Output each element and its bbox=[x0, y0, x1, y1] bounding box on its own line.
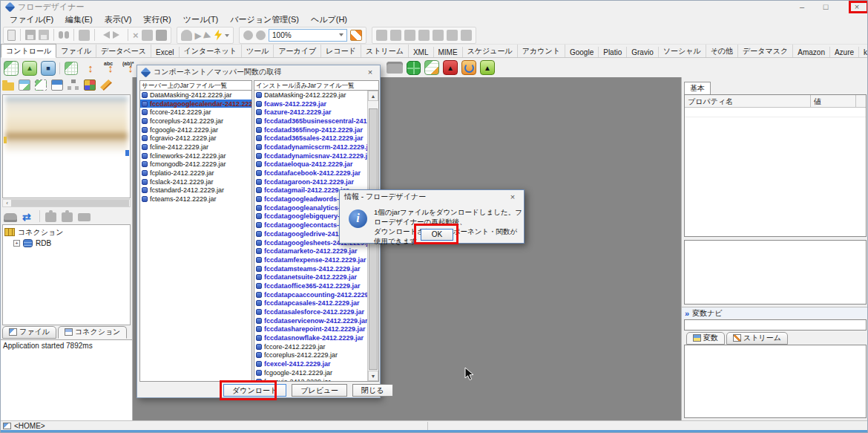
menu-item[interactable]: ツール(T) bbox=[177, 13, 225, 26]
jar-list-item[interactable]: DataMasking-2412.2229.jar bbox=[254, 91, 367, 100]
palette-tab[interactable]: Gravio bbox=[627, 47, 658, 57]
dialog-close-icon[interactable]: × bbox=[364, 68, 377, 76]
menu-item[interactable]: バージョン管理(S) bbox=[224, 13, 305, 26]
jar-list-item[interactable]: fccdatapcaaccounting-2412.2229.jar bbox=[254, 290, 367, 299]
jar-list-item[interactable]: fccdatanetsuite-2412.2229.jar bbox=[254, 273, 367, 281]
palette-tab[interactable]: ファイル bbox=[56, 45, 96, 57]
palette-tab[interactable]: Platio bbox=[599, 47, 627, 57]
component-icon-4[interactable] bbox=[418, 30, 430, 41]
undo-icon[interactable] bbox=[99, 31, 110, 39]
palette-tab[interactable]: データベース bbox=[96, 45, 151, 57]
jar-list-item[interactable]: fcgravio-2412.2229.jar bbox=[140, 134, 251, 143]
component-icon-6[interactable] bbox=[447, 30, 458, 41]
jar-list-item[interactable]: fcplatio-2412.2229.jar bbox=[140, 169, 251, 178]
robot-icon[interactable] bbox=[387, 62, 403, 74]
jar-list-item[interactable]: fccdatadynamicscrm-2412.2229.jar bbox=[254, 143, 367, 152]
jar-list-item[interactable]: fcexcel-2412.2229.jar bbox=[254, 359, 367, 368]
ok-button[interactable]: OK bbox=[421, 229, 453, 241]
palette-tab[interactable]: アーカイブ bbox=[274, 45, 321, 57]
mapper-icon[interactable] bbox=[4, 61, 19, 76]
jar-list-item[interactable]: fccdataservicenow-2412.2229.jar bbox=[254, 316, 367, 325]
mapper-small-icon[interactable] bbox=[65, 62, 78, 75]
stop-circle-icon[interactable] bbox=[243, 30, 253, 40]
jar-list-item[interactable]: fccdataoffice365-2412.2229.jar bbox=[254, 281, 367, 290]
scroll-up-icon[interactable]: ▲ bbox=[368, 91, 378, 101]
component-icon-3[interactable] bbox=[404, 30, 415, 41]
hscroll-thumb[interactable] bbox=[11, 200, 129, 206]
jar-list-item[interactable]: fclineworks-2412.2229.jar bbox=[140, 152, 251, 160]
jar-list-item[interactable]: fccdataeloqua-2412.2229.jar bbox=[254, 160, 367, 169]
maximize-button[interactable]: □ bbox=[815, 1, 836, 13]
palette-tab[interactable]: その他 bbox=[706, 45, 738, 57]
redo-icon[interactable] bbox=[113, 31, 123, 39]
jar-list-item[interactable]: fccdatapcasales-2412.2229.jar bbox=[254, 299, 367, 308]
jar-list-item[interactable]: fccoreplus-2412.2229.jar bbox=[140, 117, 251, 126]
palette-tab[interactable]: Azure bbox=[830, 47, 859, 57]
tab-connection[interactable]: コネクション bbox=[58, 326, 127, 339]
zoom-select[interactable]: 100% bbox=[269, 29, 347, 42]
palette-tab[interactable]: Excel bbox=[151, 47, 179, 57]
palette-tab[interactable]: ストリーム bbox=[361, 45, 409, 57]
jar-list-item[interactable]: fccdatadynamicsnav-2412.2229.jar bbox=[254, 152, 367, 160]
run-icon[interactable] bbox=[195, 28, 202, 42]
jar-list-item[interactable]: fccdatamarketo-2412.2229.jar bbox=[254, 247, 367, 255]
download-button[interactable]: ダウンロード bbox=[223, 384, 286, 397]
variable-navigator-header[interactable]: 変数ナビ bbox=[682, 307, 868, 319]
cut-icon[interactable] bbox=[133, 30, 139, 41]
info-dialog-title-bar[interactable]: 情報 - フローデザイナー × bbox=[340, 190, 524, 203]
updown-mapper-icon[interactable] bbox=[82, 61, 99, 76]
palette-tab[interactable]: Google bbox=[565, 47, 599, 57]
jar-list-item[interactable]: fcteams-2412.2229.jar bbox=[140, 195, 251, 204]
jar-list-item[interactable]: fccoreplus-2412.2229.jar bbox=[254, 351, 367, 360]
mapper-select-icon[interactable] bbox=[35, 79, 47, 91]
jar-list-item[interactable]: fcline-2412.2229.jar bbox=[140, 143, 251, 152]
column-property-name[interactable]: プロパティ名 bbox=[685, 95, 811, 107]
palette-icon[interactable] bbox=[84, 79, 96, 91]
jar-list-item[interactable]: fccdatasharepoint-2412.2229.jar bbox=[254, 325, 367, 334]
save-icon[interactable] bbox=[25, 30, 36, 40]
jar-list-item[interactable]: fcslack-2412.2229.jar bbox=[140, 178, 251, 186]
string-mapper-icon[interactable]: abc bbox=[102, 61, 119, 76]
globe-icon[interactable] bbox=[407, 61, 421, 75]
dialog-title-bar[interactable]: コンポーネント／マッパー関数の取得 × bbox=[137, 65, 380, 79]
close-button[interactable]: × bbox=[846, 1, 867, 13]
mapper-lock-icon[interactable] bbox=[424, 60, 439, 75]
component-icon-5[interactable] bbox=[433, 30, 444, 41]
jar-list-item[interactable]: fccdatagaroon-2412.2229.jar bbox=[254, 178, 367, 186]
scroll-down-icon[interactable]: ▼ bbox=[368, 371, 378, 381]
editor-icon[interactable] bbox=[51, 79, 63, 91]
jar-list-item[interactable]: fccdatagooglecalendar-2412.2229.jar bbox=[140, 100, 251, 108]
palette-tab[interactable]: ツール bbox=[242, 45, 274, 57]
flow-start-icon[interactable] bbox=[22, 61, 37, 76]
expand-plus-icon[interactable] bbox=[13, 240, 20, 247]
palette-tab[interactable]: Amazon bbox=[793, 47, 830, 57]
close-dialog-button[interactable]: 閉じる bbox=[352, 384, 392, 397]
fit-window-icon[interactable] bbox=[350, 30, 362, 41]
jar-list-item[interactable]: fccore-2412.2229.jar bbox=[140, 108, 251, 117]
server-jar-list[interactable]: DataMasking-2412.2229.jar fccdatagooglec… bbox=[139, 91, 252, 382]
open-folder-icon[interactable] bbox=[2, 82, 14, 91]
robot-small-icon[interactable] bbox=[4, 213, 17, 222]
menu-item[interactable]: ファイル(F) bbox=[4, 13, 59, 26]
new-flow-icon[interactable] bbox=[7, 30, 16, 41]
save-all-icon[interactable] bbox=[39, 30, 49, 40]
upload-red-icon[interactable] bbox=[443, 60, 458, 75]
jar-list-item[interactable]: fccdatamfexpense-2412.2229.jar bbox=[254, 255, 367, 264]
flow-end-icon[interactable] bbox=[41, 61, 56, 76]
tab-basic[interactable]: 基本 bbox=[684, 82, 711, 94]
column-value[interactable]: 値 bbox=[811, 95, 856, 107]
run-options-dropdown-icon[interactable] bbox=[225, 34, 229, 39]
palette-tab[interactable]: コントロール bbox=[1, 44, 56, 58]
component-icon-1[interactable] bbox=[376, 30, 387, 41]
grid-icon[interactable] bbox=[79, 30, 90, 41]
jar-list-item[interactable]: DataMasking-2412.2229.jar bbox=[140, 91, 251, 100]
jar-list-item[interactable]: fcazure-2412.2229.jar bbox=[254, 108, 367, 117]
tab-stream[interactable]: ストリーム bbox=[726, 332, 788, 345]
jar-list-item[interactable]: fcaws-2412.2229.jar bbox=[254, 100, 367, 108]
puzzle-icon-1[interactable] bbox=[45, 212, 56, 222]
jar-list-item[interactable]: fcstandard-2412.2229.jar bbox=[140, 186, 251, 195]
menu-item[interactable]: 実行(R) bbox=[137, 13, 177, 26]
pause-circle-icon[interactable] bbox=[256, 30, 266, 40]
puzzle-icon-2[interactable] bbox=[62, 212, 73, 222]
palette-tab[interactable]: スケジュール bbox=[463, 45, 518, 57]
